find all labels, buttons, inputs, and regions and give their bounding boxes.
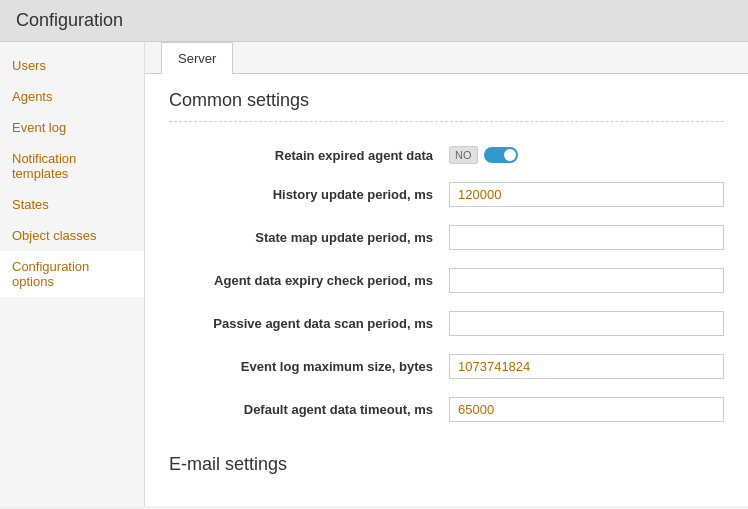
label-agent-expiry: Agent data expiry check period, ms [169,273,449,288]
sidebar-item-notification-templates[interactable]: Notification templates [0,143,144,189]
control-event-log-max: 1073741824 [449,354,724,379]
form-row-passive-scan: Passive agent data scan period, ms [145,303,748,344]
tab-server[interactable]: Server [161,42,233,74]
label-default-timeout: Default agent data timeout, ms [169,402,449,417]
label-retain-expired: Retain expired agent data [169,148,449,163]
event-log-max-input[interactable]: 1073741824 [449,354,724,379]
passive-scan-input[interactable] [449,311,724,336]
control-state-map-update [449,225,724,250]
default-timeout-input[interactable]: 65000 [449,397,724,422]
control-agent-expiry [449,268,724,293]
form-row-retain-expired: Retain expired agent data NO [145,138,748,172]
label-history-update: History update period, ms [169,187,449,202]
sidebar-item-object-classes[interactable]: Object classes [0,220,144,251]
control-history-update: 120000 [449,182,724,207]
tabs-bar: Server [145,42,748,74]
form-row-history-update: History update period, ms 120000 [145,174,748,215]
form-row-state-map-update: State map update period, ms [145,217,748,258]
sidebar-item-configuration-options[interactable]: Configuration options [0,251,144,297]
sidebar: Users Agents Event log Notification temp… [0,42,145,506]
toggle-no-label: NO [449,146,478,164]
control-passive-scan [449,311,724,336]
main-content: Server Common settings Retain expired ag… [145,42,748,506]
retain-expired-toggle[interactable] [484,147,518,163]
sidebar-item-event-log[interactable]: Event log [0,112,144,143]
sidebar-item-agents[interactable]: Agents [0,81,144,112]
page-title: Configuration [16,10,123,30]
agent-expiry-input[interactable] [449,268,724,293]
form-row-default-timeout: Default agent data timeout, ms 65000 [145,389,748,430]
toggle-container: NO [449,146,724,164]
email-settings-title: E-mail settings [145,438,748,485]
history-update-input[interactable]: 120000 [449,182,724,207]
state-map-update-input[interactable] [449,225,724,250]
label-passive-scan: Passive agent data scan period, ms [169,316,449,331]
label-event-log-max: Event log maximum size, bytes [169,359,449,374]
common-settings-section: Common settings Retain expired agent dat… [145,74,748,430]
control-default-timeout: 65000 [449,397,724,422]
control-retain-expired: NO [449,146,724,164]
form-row-event-log-max: Event log maximum size, bytes 1073741824 [145,346,748,387]
sidebar-item-states[interactable]: States [0,189,144,220]
section-divider [169,121,724,122]
common-settings-title: Common settings [145,74,748,121]
label-state-map-update: State map update period, ms [169,230,449,245]
form-row-agent-expiry: Agent data expiry check period, ms [145,260,748,301]
header: Configuration [0,0,748,42]
sidebar-item-users[interactable]: Users [0,50,144,81]
